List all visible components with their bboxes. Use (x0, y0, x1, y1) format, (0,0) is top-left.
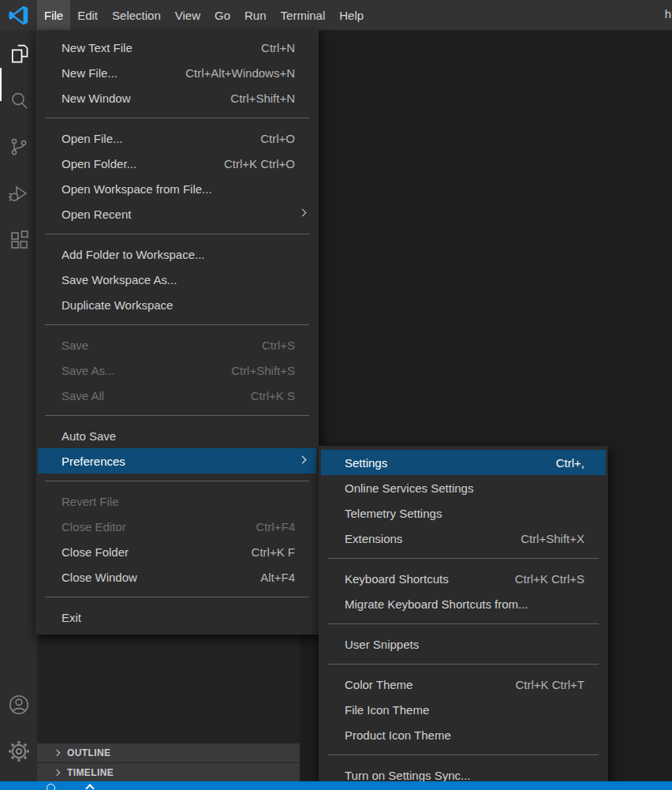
menu-separator (45, 234, 309, 234)
menu-item-shortcut: Ctrl+K Ctrl+O (224, 157, 295, 170)
menu-item-open-folder[interactable]: Open Folder...Ctrl+K Ctrl+O (38, 151, 316, 176)
menu-item-exit[interactable]: Exit (38, 605, 316, 630)
menu-item-save-workspace-as[interactable]: Save Workspace As... (38, 267, 316, 292)
extensions-icon[interactable] (0, 216, 37, 263)
menu-separator (45, 597, 309, 597)
manage-gear-icon[interactable] (0, 728, 37, 774)
menu-item-duplicate-workspace[interactable]: Duplicate Workspace (38, 292, 316, 317)
menu-item-shortcut: Ctrl+K Ctrl+T (515, 678, 584, 691)
menu-item-label: Auto Save (62, 429, 295, 443)
file-menu: New Text FileCtrl+NNew File...Ctrl+Alt+W… (35, 30, 319, 635)
menu-item-label: Migrate Keyboard Shortcuts from... (345, 597, 584, 611)
menu-item-label: Preferences (62, 455, 295, 468)
menu-item-new-text-file[interactable]: New Text FileCtrl+N (38, 35, 316, 60)
menu-item-label: Open File... (62, 132, 241, 145)
status-bar (0, 781, 672, 790)
menu-item-shortcut: Ctrl+K Ctrl+S (515, 572, 584, 586)
menu-item-new-window[interactable]: New WindowCtrl+Shift+N (38, 85, 316, 110)
menu-item-settings[interactable]: SettingsCtrl+, (321, 450, 606, 475)
preferences-submenu: SettingsCtrl+,Online Services SettingsTe… (319, 446, 608, 790)
submenu-chevron-icon (299, 209, 307, 217)
menu-item-label: Close Editor (62, 520, 237, 534)
menubar-item-go[interactable]: Go (207, 0, 237, 30)
sidebar-section-timeline[interactable]: TIMELINE (37, 762, 300, 781)
menu-item-close-editor: Close EditorCtrl+F4 (38, 514, 316, 539)
menu-item-close-folder[interactable]: Close FolderCtrl+K F (38, 539, 316, 564)
menu-item-shortcut: Ctrl+K S (251, 389, 295, 402)
menu-item-close-window[interactable]: Close WindowAlt+F4 (38, 564, 316, 590)
menubar-item-edit[interactable]: Edit (70, 0, 105, 30)
menu-item-label: Color Theme (345, 678, 496, 691)
menubar-item-selection[interactable]: Selection (105, 0, 168, 30)
menu-item-label: Save All (62, 389, 232, 402)
run-and-debug-icon[interactable] (0, 170, 37, 216)
menu-item-label: User Snippets (345, 638, 584, 651)
menu-item-label: Exit (62, 611, 295, 624)
menu-item-label: Turn on Settings Sync... (345, 769, 584, 782)
sidebar-section-outline[interactable]: OUTLINE (37, 743, 300, 762)
menu-item-shortcut: Ctrl+, (556, 456, 584, 470)
menu-item-shortcut: Ctrl+K F (252, 545, 295, 559)
menu-item-label: Add Folder to Workspace... (62, 248, 295, 261)
vscode-window: OUTLINETIMELINE FileEditSelectionViewGoR… (0, 0, 672, 790)
titlebar: FileEditSelectionViewGoRunTerminalHelp h (0, 0, 672, 30)
chevron-right-icon (54, 769, 60, 775)
menubar-item-run[interactable]: Run (237, 0, 274, 30)
explorer-icon[interactable] (0, 30, 37, 77)
menubar-item-terminal[interactable]: Terminal (274, 0, 333, 30)
menu-item-user-snippets[interactable]: User Snippets (321, 631, 606, 657)
menu-item-keyboard-shortcuts[interactable]: Keyboard ShortcutsCtrl+K Ctrl+S (321, 566, 606, 591)
menu-item-label: Save Workspace As... (62, 273, 295, 286)
menu-item-label: Duplicate Workspace (62, 298, 295, 312)
menu-separator (45, 481, 309, 481)
menu-item-label: Close Window (62, 571, 241, 584)
menu-item-migrate-keyboard-shortcuts-from[interactable]: Migrate Keyboard Shortcuts from... (321, 591, 606, 616)
menu-item-save-all: Save AllCtrl+K S (38, 383, 316, 408)
menu-separator (328, 754, 599, 755)
menu-item-file-icon-theme[interactable]: File Icon Theme (321, 697, 606, 722)
menu-item-add-folder-to-workspace[interactable]: Add Folder to Workspace... (38, 241, 316, 267)
search-icon[interactable] (0, 77, 37, 123)
menu-item-label: Keyboard Shortcuts (345, 572, 496, 586)
menu-item-product-icon-theme[interactable]: Product Icon Theme (321, 722, 606, 747)
menu-item-shortcut: Ctrl+Shift+X (521, 532, 584, 545)
menu-item-label: File Icon Theme (345, 703, 584, 717)
activity-bar (0, 30, 37, 782)
menu-item-preferences[interactable]: Preferences (38, 448, 316, 474)
menu-separator (45, 415, 309, 416)
menubar-item-file[interactable]: File (37, 0, 70, 30)
menu-item-shortcut: Ctrl+Shift+S (231, 364, 295, 377)
menu-separator (328, 558, 599, 559)
menu-item-shortcut: Ctrl+N (261, 41, 295, 54)
menu-item-save: SaveCtrl+S (38, 332, 316, 358)
menu-item-open-file[interactable]: Open File...Ctrl+O (38, 125, 316, 151)
menubar-item-view[interactable]: View (168, 0, 207, 30)
menu-item-label: Open Folder... (62, 157, 205, 170)
menu-item-telemetry-settings[interactable]: Telemetry Settings (321, 500, 606, 526)
menu-item-color-theme[interactable]: Color ThemeCtrl+K Ctrl+T (321, 672, 606, 697)
menu-item-open-workspace-from-file[interactable]: Open Workspace from File... (38, 176, 316, 201)
menubar: FileEditSelectionViewGoRunTerminalHelp (37, 0, 371, 30)
menu-item-label: Save As... (62, 364, 212, 377)
sidebar-section-label: OUTLINE (67, 747, 110, 758)
menu-item-label: Open Recent (62, 208, 295, 221)
sidebar-section-label: TIMELINE (67, 767, 114, 778)
menu-item-shortcut: Ctrl+Shift+N (230, 92, 295, 105)
menu-item-shortcut: Ctrl+Alt+Windows+N (185, 66, 295, 80)
window-title: h (665, 7, 671, 21)
menu-item-auto-save[interactable]: Auto Save (38, 423, 316, 448)
menu-item-extensions[interactable]: ExtensionsCtrl+Shift+X (321, 526, 606, 551)
menu-item-new-file[interactable]: New File...Ctrl+Alt+Windows+N (38, 60, 316, 85)
menu-item-shortcut: Ctrl+S (262, 339, 295, 352)
remote-indicator-icon[interactable] (47, 784, 55, 790)
accounts-icon[interactable] (0, 681, 37, 728)
menu-item-label: Telemetry Settings (345, 507, 584, 520)
menu-separator (45, 324, 309, 325)
menu-item-shortcut: Alt+F4 (260, 571, 295, 584)
source-control-icon[interactable] (0, 123, 37, 170)
menubar-item-help[interactable]: Help (332, 0, 371, 30)
submenu-chevron-icon (299, 456, 307, 464)
menu-item-open-recent[interactable]: Open Recent (38, 201, 316, 227)
menu-item-online-services-settings[interactable]: Online Services Settings (321, 475, 606, 500)
caret-up-icon[interactable] (85, 784, 94, 790)
